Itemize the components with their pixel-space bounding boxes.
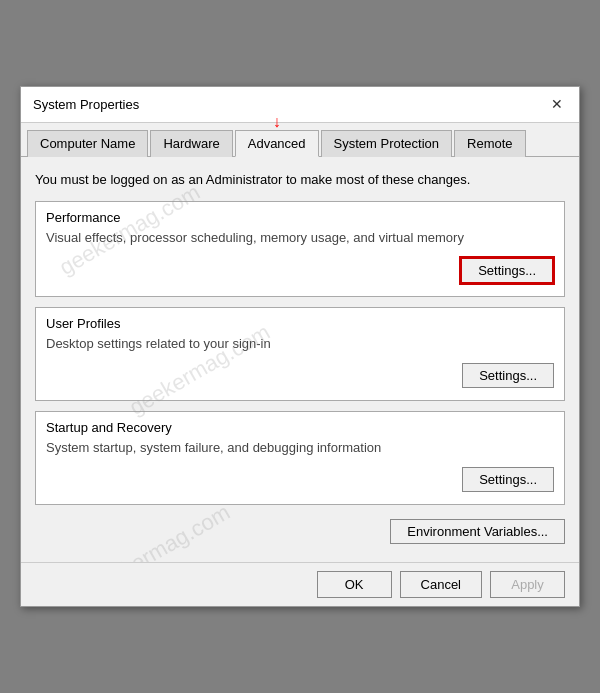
startup-recovery-settings-button[interactable]: Settings... [462,467,554,492]
user-profiles-description: Desktop settings related to your sign-in [46,335,554,353]
admin-notice: You must be logged on as an Administrato… [35,169,565,191]
performance-title: Performance [46,210,554,225]
cancel-button[interactable]: Cancel [400,571,482,598]
tab-advanced[interactable]: Advanced ↓ [235,130,319,157]
performance-description: Visual effects, processor scheduling, me… [46,229,554,247]
tab-computer-name[interactable]: Computer Name [27,130,148,157]
user-profiles-section: User Profiles Desktop settings related t… [35,307,565,401]
user-profiles-settings-button[interactable]: Settings... [462,363,554,388]
env-variables-row: Environment Variables... [35,515,565,550]
close-button[interactable]: ✕ [545,92,569,116]
user-profiles-btn-row: Settings... [46,363,554,388]
bottom-bar: OK Cancel Apply [21,562,579,606]
tab-system-protection[interactable]: System Protection [321,130,453,157]
env-variables-button[interactable]: Environment Variables... [390,519,565,544]
tab-hardware[interactable]: Hardware [150,130,232,157]
dialog-body: geekermag.com geekermag.com geekermag.co… [21,157,579,563]
performance-section: Performance Visual effects, processor sc… [35,201,565,297]
user-profiles-title: User Profiles [46,316,554,331]
performance-btn-row: Settings... [46,257,554,284]
title-bar: System Properties ✕ [21,87,579,123]
startup-recovery-section: Startup and Recovery System startup, sys… [35,411,565,505]
startup-recovery-title: Startup and Recovery [46,420,554,435]
ok-button[interactable]: OK [317,571,392,598]
performance-settings-button[interactable]: Settings... [460,257,554,284]
apply-button[interactable]: Apply [490,571,565,598]
startup-recovery-description: System startup, system failure, and debu… [46,439,554,457]
dialog-title: System Properties [33,97,139,112]
tab-remote[interactable]: Remote [454,130,526,157]
tab-bar: Computer Name Hardware Advanced ↓ System… [21,123,579,157]
system-properties-dialog: System Properties ✕ Computer Name Hardwa… [20,86,580,608]
content-area: You must be logged on as an Administrato… [21,157,579,563]
startup-recovery-btn-row: Settings... [46,467,554,492]
tab-advanced-label: Advanced [248,136,306,151]
